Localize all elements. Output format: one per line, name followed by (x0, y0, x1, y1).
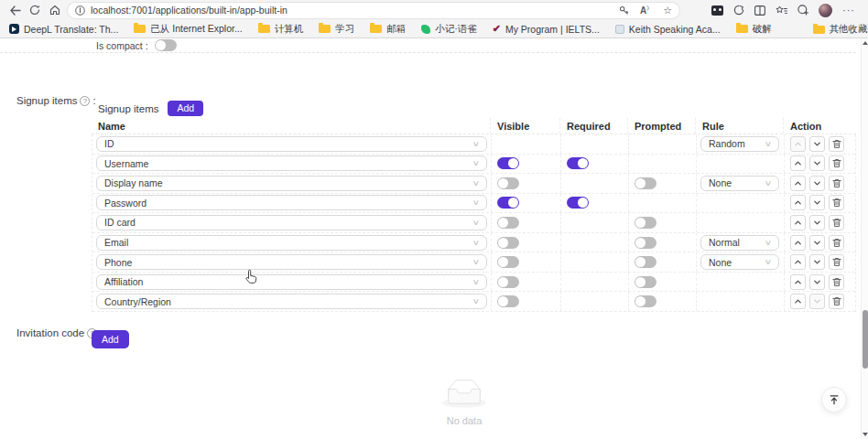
visible-toggle[interactable] (497, 256, 519, 268)
delete-button[interactable] (829, 294, 844, 309)
invitation-code-add-button[interactable]: Add (92, 330, 129, 348)
is-compact-toggle[interactable] (155, 39, 177, 51)
rule-select[interactable]: Random∨ (700, 136, 779, 152)
delete-button[interactable] (829, 254, 844, 270)
bookmark-item[interactable]: DeepL Translate: Th... (9, 24, 118, 35)
visible-toggle[interactable] (497, 295, 519, 307)
signup-items-title: Signup items (98, 103, 158, 114)
bookmark-item[interactable]: Keith Speaking Aca... (615, 24, 721, 35)
scrollbar-up-icon[interactable] (863, 41, 868, 45)
delete-button[interactable] (829, 195, 844, 210)
move-up-button[interactable] (790, 235, 806, 251)
site-info-icon[interactable] (75, 5, 85, 16)
name-select[interactable]: Affiliation∨ (96, 274, 487, 290)
bookmark-label: DeepL Translate: Th... (24, 24, 118, 35)
refresh-icon[interactable] (26, 2, 44, 18)
prompted-toggle[interactable] (635, 256, 656, 268)
profile-avatar[interactable] (819, 4, 832, 17)
select-value: Username (104, 158, 148, 169)
delete-button[interactable] (829, 155, 844, 171)
move-up-button[interactable] (790, 215, 806, 230)
delete-button[interactable] (829, 136, 844, 152)
move-down-button[interactable] (809, 215, 825, 230)
table-row: Country/Region∨ (92, 292, 855, 312)
url-bar[interactable]: localhost:7001/applications/built-in/app… (68, 3, 679, 18)
extension-icon[interactable] (711, 5, 723, 16)
select-value: Display name (104, 177, 163, 188)
scrollbar-down-icon[interactable] (863, 433, 868, 436)
split-screen-icon[interactable] (754, 5, 765, 16)
visible-toggle[interactable] (497, 237, 519, 249)
help-icon[interactable]: ? (80, 96, 90, 106)
rule-select[interactable]: None∨ (700, 254, 779, 270)
move-up-button[interactable] (790, 155, 806, 171)
prompted-toggle[interactable] (635, 177, 656, 189)
move-down-button[interactable] (809, 155, 825, 171)
name-select[interactable]: Phone∨ (96, 254, 487, 270)
move-down-button[interactable] (809, 235, 825, 251)
move-up-button[interactable] (790, 294, 806, 309)
rule-select[interactable]: Normal∨ (700, 235, 779, 251)
visible-toggle[interactable] (497, 177, 519, 189)
prompted-toggle[interactable] (635, 217, 656, 229)
name-select[interactable]: Password∨ (96, 195, 487, 210)
collections-icon[interactable] (797, 5, 808, 16)
move-down-button[interactable] (809, 136, 825, 152)
browser-essentials-icon[interactable] (733, 5, 744, 16)
move-up-button[interactable] (790, 176, 806, 191)
delete-button[interactable] (829, 176, 844, 191)
bookmark-item[interactable]: 已从 Internet Explor... (134, 23, 242, 36)
delete-button[interactable] (829, 235, 844, 251)
visible-toggle[interactable] (497, 157, 519, 169)
prompted-toggle[interactable] (635, 276, 656, 288)
name-select[interactable]: Email∨ (96, 235, 487, 251)
back-to-top-button[interactable] (821, 387, 847, 412)
name-select[interactable]: Country/Region∨ (96, 294, 487, 309)
name-select[interactable]: ID∨ (96, 136, 487, 152)
back-icon[interactable] (5, 2, 24, 18)
move-down-button[interactable] (809, 254, 825, 270)
signup-items-form-label: Signup items ? : (16, 95, 96, 106)
move-up-button[interactable] (790, 274, 806, 290)
delete-button[interactable] (829, 215, 844, 230)
required-toggle[interactable] (567, 197, 589, 209)
home-icon[interactable] (46, 2, 64, 18)
page-scrollbar[interactable] (861, 38, 868, 439)
bookmark-other-favorites[interactable]: 其他收藏夹 (813, 20, 868, 38)
rule-select[interactable]: None∨ (700, 176, 779, 191)
bookmark-label: My Program | IELTS... (505, 24, 600, 35)
bookmark-label: 计算机 (275, 23, 304, 36)
visible-toggle[interactable] (497, 197, 519, 209)
move-down-button[interactable] (809, 176, 825, 191)
favorite-star-icon[interactable]: ☆ (663, 5, 672, 16)
move-down-button[interactable] (809, 274, 825, 290)
move-up-button[interactable] (790, 195, 806, 210)
url-text[interactable]: localhost:7001/applications/built-in/app… (91, 5, 619, 16)
required-cell (560, 233, 628, 252)
delete-button[interactable] (829, 274, 844, 290)
password-key-icon[interactable] (619, 5, 629, 16)
prompted-toggle[interactable] (635, 295, 656, 307)
scrollbar-thumb[interactable] (863, 310, 868, 369)
action-buttons (790, 136, 844, 152)
chevron-down-icon: ∨ (472, 179, 481, 187)
signup-items-add-button[interactable]: Add (168, 101, 203, 116)
visible-toggle[interactable] (497, 276, 519, 288)
favorites-hub-icon[interactable] (776, 5, 787, 16)
required-toggle[interactable] (567, 157, 589, 169)
bookmark-item[interactable]: 邮箱 (370, 23, 406, 36)
settings-menu-icon[interactable]: ··· (842, 5, 855, 16)
move-down-button[interactable] (809, 195, 825, 210)
name-select[interactable]: Display name∨ (96, 176, 487, 191)
bookmark-item[interactable]: 计算机 (258, 23, 304, 36)
read-aloud-icon[interactable]: A〉 (640, 5, 652, 16)
name-select[interactable]: Username∨ (96, 155, 487, 171)
bookmark-item[interactable]: 破解 (736, 23, 772, 36)
bookmark-item[interactable]: 小记·语雀 (421, 23, 477, 36)
move-up-button[interactable] (790, 254, 806, 270)
prompted-toggle[interactable] (635, 237, 656, 249)
visible-toggle[interactable] (497, 217, 519, 229)
bookmark-item[interactable]: 学习 (319, 23, 354, 36)
name-select[interactable]: ID card∨ (96, 215, 487, 230)
bookmark-item[interactable]: ✔My Program | IELTS... (493, 24, 600, 35)
